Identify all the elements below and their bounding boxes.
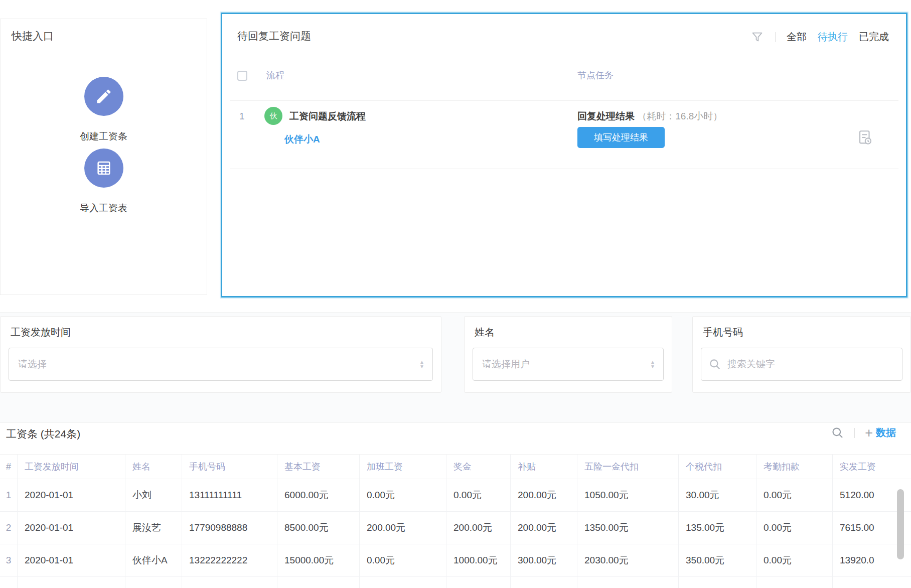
tab-all[interactable]: 全部 [787, 30, 807, 44]
table-cell: 15000.00元 [277, 544, 360, 577]
table-cell: 展汝艺 [125, 512, 182, 544]
import-payroll-button[interactable]: 导入工资表 [1, 149, 207, 215]
process-column-header: 流程 [266, 69, 284, 81]
pay-date-select[interactable]: 请选择 ▲▼ [9, 348, 433, 381]
tab-pending[interactable]: 待执行 [818, 30, 848, 44]
table-cell: 300.00元 [511, 544, 577, 577]
name-select[interactable]: 请选择用户 ▲▼ [473, 348, 664, 381]
table-cell: 0.00元 [756, 512, 833, 544]
table-cell: 0.00元 [756, 577, 833, 588]
table-cell: 13222222222 [182, 544, 277, 577]
table-cell: 0.00元 [756, 479, 833, 512]
table-cell: 200.00元 [511, 577, 577, 588]
phone-placeholder: 搜索关键字 [727, 358, 775, 371]
table-cell: 2019-12-01 [18, 577, 125, 588]
task-info: 回复处理结果 （耗时：16.8小时） [577, 110, 722, 123]
table-cell: 伙伴小A [125, 544, 182, 577]
filter-card-pay-date: 工资发放时间 请选择 ▲▼ [0, 316, 441, 393]
table-cell: 13111111111 [182, 577, 277, 588]
table-cell: 200.00元 [360, 577, 446, 588]
pending-row: 1 伙 工资问题反馈流程 伙伴小A 回复处理结果 （耗时：16.8小时） 填写处… [222, 107, 906, 168]
table-cell: 2020-01-01 [18, 512, 125, 544]
task-name: 回复处理结果 [577, 111, 635, 121]
filter-card-phone: 手机号码 搜索关键字 [692, 316, 911, 393]
filter-card-name: 姓名 请选择用户 ▲▼ [464, 316, 672, 393]
row-index: 1 [239, 111, 245, 122]
table-cell: 0.00元 [446, 479, 511, 512]
table-cell: 5320.00 [833, 577, 911, 588]
create-payslip-button[interactable]: 创建工资条 [1, 77, 207, 143]
phone-search-input[interactable]: 搜索关键字 [701, 348, 902, 381]
fill-result-button[interactable]: 填写处理结果 [577, 127, 665, 148]
name-label: 姓名 [475, 326, 495, 339]
table-cell: 30.00元 [679, 479, 756, 512]
table-cell: 0.00元 [360, 479, 446, 512]
table-cell: 8500.00元 [277, 512, 360, 544]
tab-completed[interactable]: 已完成 [859, 30, 889, 44]
table-cell: 1 [0, 479, 18, 512]
table-cell: 2020-01-01 [18, 479, 125, 512]
column-header: 加班工资 [360, 454, 446, 479]
table-cell: 200.00元 [446, 512, 511, 544]
table-search-icon[interactable] [831, 426, 844, 439]
create-payslip-label: 创建工资条 [1, 130, 207, 143]
column-header: 考勤扣款 [756, 454, 833, 479]
table-cell: 13111111111 [182, 479, 277, 512]
column-header: 姓名 [125, 454, 182, 479]
select-all-checkbox[interactable] [237, 71, 247, 81]
divider [775, 32, 776, 42]
table-cell: 3 [0, 544, 18, 577]
quick-entry-title: 快捷入口 [12, 29, 54, 43]
table-cell: 30.00元 [679, 577, 756, 588]
table-cell: 0.00元 [360, 544, 446, 577]
pencil-icon [84, 77, 123, 116]
table-cell: 小刘 [125, 479, 182, 512]
table-cell: 1050.00元 [577, 577, 679, 588]
filter-funnel-icon[interactable] [750, 30, 764, 44]
table-cell: 2030.00元 [577, 544, 679, 577]
search-icon [708, 358, 721, 371]
divider [230, 168, 898, 169]
column-header: 实发工资 [833, 454, 911, 479]
table-cell: 0.00元 [756, 544, 833, 577]
column-header: # [0, 454, 18, 479]
table-cell: 0.00元 [446, 577, 511, 588]
plus-icon: + [865, 427, 873, 438]
table-cell: 2020-01-01 [18, 544, 125, 577]
table-cell: 350.00元 [679, 544, 756, 577]
table-cell: 1350.00元 [577, 512, 679, 544]
column-header: 手机号码 [182, 454, 277, 479]
table-cell: 4 [0, 577, 18, 588]
payslip-table-section: 工资条 (共24条) + 数据 # 工资发放时间 姓名 手机号码 基本工资 加班… [0, 423, 911, 588]
node-task-column-header: 节点任务 [577, 69, 614, 81]
divider [854, 428, 855, 438]
table-cell: 17790988888 [182, 512, 277, 544]
table-cell: 200.00元 [511, 479, 577, 512]
payslip-table-title: 工资条 (共24条) [6, 427, 80, 441]
table-cell: 200.00元 [360, 512, 446, 544]
payslip-table: # 工资发放时间 姓名 手机号码 基本工资 加班工资 奖金 补贴 五险一金代扣 … [0, 454, 911, 588]
column-header: 五险一金代扣 [577, 454, 679, 479]
initiator-link[interactable]: 伙伴小A [284, 133, 320, 146]
column-header: 基本工资 [277, 454, 360, 479]
table-cell: 200.00元 [511, 512, 577, 544]
process-name: 工资问题反馈流程 [289, 110, 366, 123]
divider [230, 100, 898, 101]
pay-date-placeholder: 请选择 [18, 358, 47, 371]
column-header: 奖金 [446, 454, 511, 479]
add-data-button[interactable]: + 数据 [865, 426, 896, 439]
table-cell: 135.00元 [679, 512, 756, 544]
table-scrollbar-thumb[interactable] [897, 489, 904, 559]
phone-label: 手机号码 [703, 326, 743, 339]
chevron-updown-icon: ▲▼ [419, 360, 424, 369]
task-duration: （耗时：16.8小时） [637, 111, 722, 121]
import-payroll-label: 导入工资表 [1, 202, 207, 215]
pending-panel-title: 待回复工资问题 [237, 29, 311, 43]
table-cell: 1050.00元 [577, 479, 679, 512]
table-cell: 6000.00元 [277, 479, 360, 512]
add-data-label: 数据 [876, 426, 896, 439]
record-log-icon[interactable] [856, 129, 873, 148]
table-cell: 1000.00元 [446, 544, 511, 577]
table-cell: 小刘 [125, 577, 182, 588]
column-header: 补贴 [511, 454, 577, 479]
